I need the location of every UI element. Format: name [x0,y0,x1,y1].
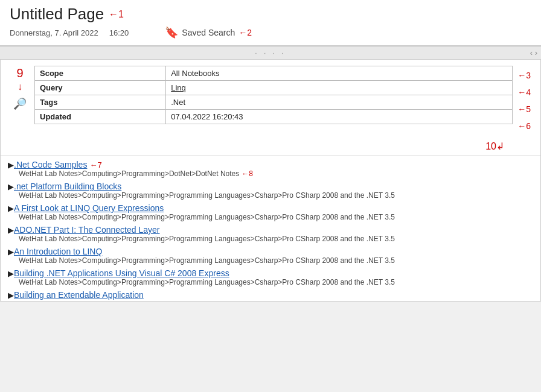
result-path: WetHat Lab Notes>Computing>Programming>P… [8,213,533,221]
list-item: ▶A First Look at LINQ Query ExpressionsW… [1,202,540,224]
list-item: ▶.Net Code Samples ←7WetHat Lab Notes>Co… [1,159,540,180]
saved-search-label: Saved Search [182,28,235,37]
result-link[interactable]: Building an Extendable Application [14,290,144,300]
result-link[interactable]: Building .NET Applications Using Visual … [14,268,229,278]
num-arrow-down: ↓ [18,81,22,92]
result-path: WetHat Lab Notes>Computing>Programming>D… [8,169,533,178]
result-path: WetHat Lab Notes>Computing>Programming>P… [8,278,533,286]
result-link[interactable]: .Net Code Samples [14,160,87,169]
updated-row: Updated 07.04.2022 16:20:43 [35,110,513,124]
result-link[interactable]: A First Look at LINQ Query Expressions [14,203,164,213]
ten-label: 10↲ [485,141,504,151]
tags-label: Tags [35,95,166,110]
search-magnify-icon: 🔎 [13,97,27,110]
updated-arrow: ←6 [517,118,531,134]
tags-row: Tags [35,95,513,110]
result-path: WetHat Lab Notes>Computing>Programming>P… [8,235,533,243]
scope-row: Scope [35,66,513,81]
saved-search-icon: 🔖 [165,26,178,39]
query-value-cell[interactable] [166,81,513,95]
tags-arrow: ←5 [517,101,531,118]
num-badge: 9 [16,67,23,79]
search-table: Scope Query Tags [34,66,513,124]
tags-input[interactable] [171,98,507,107]
result-link[interactable]: ADO.NET Part I: The Connected Layer [14,225,160,235]
expand-icon[interactable]: ▶ [8,247,14,256]
date-display: Donnerstag, 7. April 2022 16:20 [10,28,129,37]
query-label: Query [35,81,166,95]
query-input[interactable] [171,83,507,92]
nav-arrows[interactable]: ‹ › [530,48,537,57]
expand-icon[interactable]: ▶ [8,160,14,169]
expand-icon[interactable]: ▶ [8,291,14,300]
form-arrows: ←3 ←4 ←5 ←6 [517,66,531,134]
scope-input[interactable] [171,69,507,78]
main-content: 9 ↓ 🔎 Scope Query [0,60,541,302]
page-title: Untitled Page ←1 [10,5,531,24]
result-path: WetHat Lab Notes>Computing>Programming>P… [8,191,533,200]
result-link[interactable]: .net Platform Building Blocks [14,182,121,191]
saved-search-arrow: ←2 [238,28,252,37]
expand-icon[interactable]: ▶ [8,182,14,191]
updated-label: Updated [35,110,166,124]
scope-value-cell[interactable] [166,66,513,81]
list-item: ▶.net Platform Building BlocksWetHat Lab… [1,180,540,202]
scope-label: Scope [35,66,166,81]
result-arrow-0: ←7 [89,160,101,169]
list-item: ▶Building .NET Applications Using Visual… [1,267,540,289]
query-arrow: ←4 [517,84,531,101]
form-number-col: 9 ↓ 🔎 [10,66,30,110]
expand-icon[interactable]: ▶ [8,269,14,278]
result-link[interactable]: An Introduction to LINQ [14,247,102,256]
list-item: ▶ADO.NET Part I: The Connected LayerWetH… [1,224,540,245]
search-form-section: 9 ↓ 🔎 Scope Query [1,60,540,156]
list-item: ▶Building an Extendable Application [1,289,540,301]
toolbar-strip: · · · · ‹ › [0,46,541,60]
query-row: Query [35,81,513,95]
list-item: ▶An Introduction to LINQWetHat Lab Notes… [1,245,540,267]
scope-arrow: ←3 [517,67,531,84]
expand-icon[interactable]: ▶ [8,204,14,213]
expand-icon[interactable]: ▶ [8,226,14,235]
tags-value-cell[interactable] [166,95,513,110]
saved-search-area[interactable]: 🔖 Saved Search ←2 [165,26,252,39]
result-path: WetHat Lab Notes>Computing>Programming>P… [8,256,533,265]
updated-value-cell: 07.04.2022 16:20:43 [166,110,513,124]
results-area: ▶.Net Code Samples ←7WetHat Lab Notes>Co… [1,156,540,301]
